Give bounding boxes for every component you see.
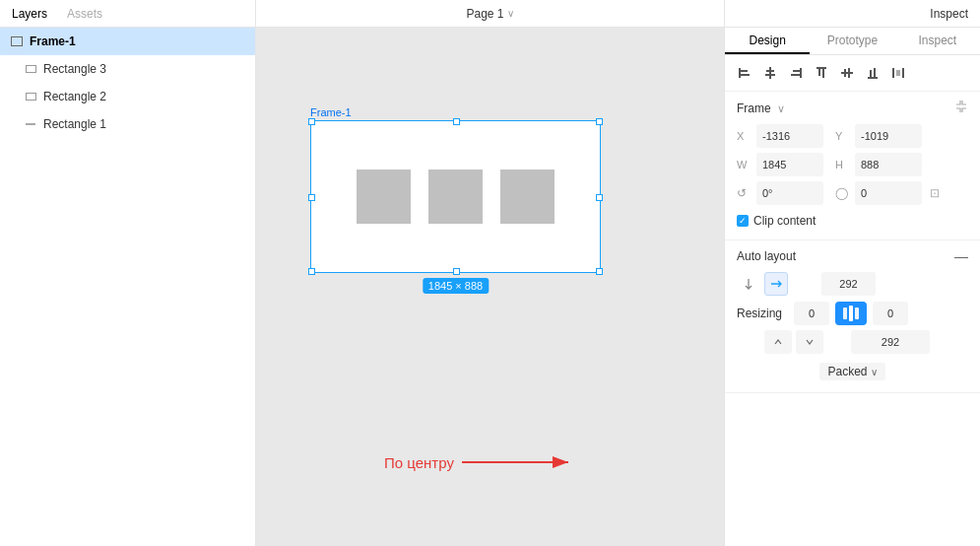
align-middle-btn[interactable] — [835, 61, 859, 85]
wh-row: W H — [737, 153, 968, 176]
clip-content-checkbox[interactable] — [737, 215, 749, 227]
clip-content-label: Clip content — [753, 214, 816, 228]
handle-br[interactable] — [596, 268, 603, 275]
rot-input[interactable] — [756, 181, 823, 205]
canvas[interactable]: Frame-1 1845 × 888 По центру — [256, 28, 724, 546]
x-input[interactable] — [756, 124, 823, 148]
h-input[interactable] — [855, 153, 922, 176]
layer-item-rect1[interactable]: Rectangle 1 — [0, 110, 255, 138]
top-bar-left: Layers Assets — [0, 0, 256, 27]
auto-layout-minus[interactable]: — — [954, 248, 968, 264]
main: Frame-1 Rectangle 3 Rectangle 2 Rectangl… — [0, 28, 980, 546]
distribute-btn[interactable] — [886, 61, 910, 85]
right-panel: Design Prototype Inspect — [724, 28, 980, 546]
svg-rect-14 — [841, 72, 853, 74]
spacing-up-btn[interactable] — [764, 330, 792, 354]
tab-inspect[interactable]: Inspect — [895, 28, 980, 54]
align-top-btn[interactable] — [810, 61, 833, 85]
layer-label-rect3: Rectangle 3 — [43, 62, 106, 76]
packed-dropdown[interactable]: Packed ∨ — [819, 363, 884, 380]
svg-rect-16 — [848, 68, 850, 78]
auto-layout-header: Auto layout — — [737, 248, 968, 264]
w-input[interactable] — [756, 153, 823, 176]
handle-lm[interactable] — [308, 194, 315, 201]
direction-row — [737, 272, 968, 296]
corner-input[interactable] — [855, 181, 922, 205]
packed-chevron: ∨ — [871, 367, 878, 377]
rect3-icon — [24, 62, 37, 76]
resizing-right-input[interactable] — [873, 302, 908, 325]
resizing-icon-btn[interactable] — [835, 302, 867, 325]
annotation-text: По центру — [384, 454, 454, 471]
tab-prototype[interactable]: Prototype — [810, 28, 894, 54]
frame-icon — [10, 34, 24, 48]
xy-row: X Y — [737, 124, 968, 148]
dir-right-btn[interactable] — [764, 272, 788, 296]
svg-rect-23 — [843, 307, 847, 319]
layer-label-rect2: Rectangle 2 — [43, 90, 106, 103]
align-center-h-btn[interactable] — [758, 61, 782, 85]
sidebar: Frame-1 Rectangle 3 Rectangle 2 Rectangl… — [0, 28, 256, 546]
svg-rect-9 — [793, 70, 800, 72]
svg-rect-7 — [765, 74, 775, 76]
frame-section-title: Frame ∨ — [737, 102, 785, 115]
canvas-rect2 — [428, 170, 483, 224]
svg-rect-5 — [769, 67, 771, 79]
panel-tabs: Design Prototype Inspect — [725, 28, 980, 55]
assets-tab[interactable]: Assets — [63, 7, 106, 21]
handle-tl[interactable] — [308, 118, 315, 125]
y-input[interactable] — [855, 124, 922, 148]
rect2-icon — [24, 90, 37, 103]
handle-tm[interactable] — [453, 118, 460, 125]
svg-rect-18 — [870, 70, 872, 77]
handle-bm[interactable] — [453, 268, 460, 275]
canvas-frame[interactable]: Frame-1 1845 × 888 — [310, 106, 601, 269]
auto-layout-section: Auto layout — Resizing — [725, 240, 980, 393]
gap-input[interactable] — [821, 272, 876, 296]
spacing-down-btn[interactable] — [796, 330, 823, 354]
align-bottom-btn[interactable] — [861, 61, 884, 85]
handle-rm[interactable] — [596, 194, 603, 201]
layer-item-rect2[interactable]: Rectangle 2 — [0, 83, 255, 110]
canvas-rect1 — [357, 170, 411, 224]
frame-dropdown-icon[interactable]: ∨ — [777, 102, 785, 114]
resizing-icon-svg — [841, 305, 861, 322]
canvas-frame-box: 1845 × 888 — [310, 120, 601, 273]
align-row — [725, 55, 980, 92]
align-right-btn[interactable] — [784, 61, 808, 85]
page-selector[interactable]: Page 1 ∨ — [466, 7, 513, 21]
rect1-icon — [24, 117, 37, 131]
handle-bl[interactable] — [308, 268, 315, 275]
svg-rect-15 — [844, 69, 846, 77]
annotation: По центру — [384, 447, 580, 477]
svg-rect-2 — [739, 68, 741, 78]
svg-rect-3 — [741, 70, 748, 72]
resizing-row: Resizing — [737, 302, 968, 325]
canvas-frame-label: Frame-1 — [310, 106, 601, 118]
svg-rect-8 — [800, 68, 802, 78]
resizing-label: Resizing — [737, 307, 788, 320]
handle-tr[interactable] — [596, 118, 603, 125]
frame-collapse-icon[interactable] — [954, 100, 968, 116]
x-label: X — [737, 130, 752, 142]
tab-design[interactable]: Design — [725, 28, 810, 54]
align-left-btn[interactable] — [733, 61, 756, 85]
layer-item-frame1[interactable]: Frame-1 — [0, 28, 255, 55]
svg-rect-17 — [868, 77, 878, 79]
auto-layout-title: Auto layout — [737, 249, 796, 263]
clip-content-row: Clip content — [737, 210, 968, 232]
svg-rect-21 — [902, 68, 904, 78]
svg-rect-25 — [855, 307, 859, 319]
dir-down-btn[interactable] — [737, 272, 760, 296]
frame-section-header: Frame ∨ — [737, 100, 968, 116]
y-label: Y — [835, 130, 851, 142]
rot-label: ↺ — [737, 186, 752, 200]
layer-item-rect3[interactable]: Rectangle 3 — [0, 55, 255, 83]
second-spacing-input[interactable] — [851, 330, 930, 354]
h-label: H — [835, 159, 851, 171]
inspect-tab[interactable]: Inspect — [926, 7, 972, 21]
corner-expand-icon[interactable]: ⊡ — [930, 186, 940, 200]
rot-corner-row: ↺ ◯ ⊡ — [737, 181, 968, 205]
layers-tab[interactable]: Layers — [8, 7, 51, 21]
resizing-left-input[interactable] — [794, 302, 829, 325]
